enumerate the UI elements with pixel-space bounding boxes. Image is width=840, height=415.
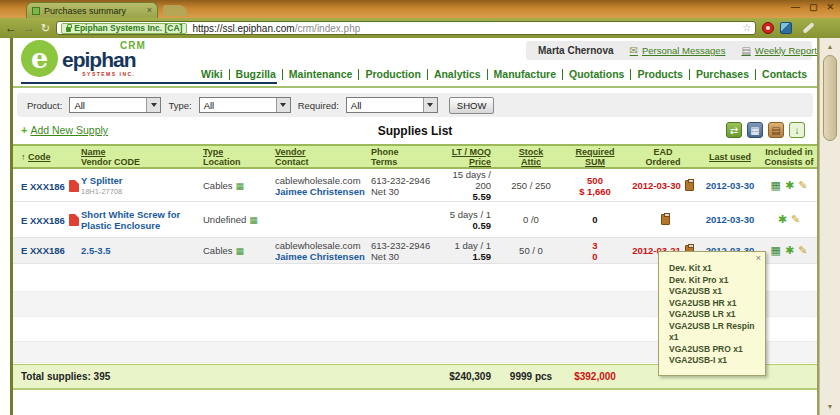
personal-messages-link[interactable]: ✉ Personal Messages <box>630 45 726 56</box>
scrollbar-thumb[interactable] <box>823 55 837 141</box>
included-in-icon[interactable]: ▦ <box>771 244 781 257</box>
nav-wiki[interactable]: Wiki <box>195 69 230 80</box>
terms-value: Net 30 <box>371 186 437 197</box>
ordered-clipboard-icon[interactable] <box>685 180 694 191</box>
product-select[interactable]: All <box>69 97 161 113</box>
bookmark-star-icon[interactable]: ☆ <box>742 23 751 33</box>
consists-of-icon[interactable]: ✱ <box>785 244 794 257</box>
total-supplies-label: Total supplies: 395 <box>21 371 437 382</box>
nav-analytics[interactable]: Analytics <box>428 69 488 80</box>
product-filter-label: Product: <box>27 100 62 111</box>
dropdown-arrow-icon[interactable] <box>146 98 160 112</box>
sort-by-sum[interactable]: SUM <box>563 157 627 167</box>
scroll-up-arrow[interactable]: ▲ <box>820 39 840 54</box>
supply-name-link[interactable]: Y Splitter <box>81 175 203 186</box>
logo-brand: epiphan <box>62 48 136 71</box>
nav-products[interactable]: Products <box>631 69 690 80</box>
sort-by-lt-moq[interactable]: LT / MOQ <box>437 147 491 157</box>
nav-production[interactable]: Production <box>359 69 427 80</box>
consists-of-icon[interactable]: ✱ <box>778 213 787 226</box>
sort-by-price[interactable]: Price <box>437 157 491 167</box>
sort-by-stock[interactable]: Stock <box>499 147 563 157</box>
tab-title: Purchases summary <box>44 6 143 16</box>
type-select[interactable]: All <box>199 97 291 113</box>
tooltip-item: VGA2USB-I x1 <box>669 355 757 367</box>
header-type: Type Location <box>203 147 275 167</box>
type-grid-icon[interactable]: ▦ <box>236 181 245 191</box>
transfer-icon[interactable]: ⇄ <box>726 122 742 138</box>
nav-quotations[interactable]: Quotations <box>563 69 631 80</box>
browser-tab[interactable]: Purchases summary × <box>26 2 158 18</box>
consists-of-icon[interactable]: ✱ <box>785 179 794 192</box>
wrench-menu-icon[interactable] <box>803 22 815 34</box>
maximize-button[interactable]: ▢ <box>809 2 818 12</box>
nav-maintenance[interactable]: Maintenance <box>283 69 360 80</box>
back-button[interactable]: ← <box>5 22 17 34</box>
sort-by-attic[interactable]: Attic <box>499 157 563 167</box>
edit-pencil-icon[interactable]: ✎ <box>798 244 807 257</box>
browser-toolbar: ← → ↻ Epiphan Systems Inc. [CA] https://… <box>0 18 840 38</box>
reload-button[interactable]: ↻ <box>41 23 50 34</box>
sort-by-last-used[interactable]: Last used <box>699 152 761 162</box>
tab-close-icon[interactable]: × <box>147 6 152 15</box>
download-icon[interactable]: ↓ <box>789 122 805 138</box>
forward-button[interactable]: → <box>23 22 35 34</box>
tooltip-item: VGA2USB x1 <box>669 286 757 298</box>
pdf-icon[interactable] <box>69 214 79 226</box>
vendor-value: cablewholesale.com <box>275 240 371 251</box>
nav-manufacture[interactable]: Manufacture <box>488 69 563 80</box>
required-select[interactable]: All <box>346 97 438 113</box>
dropdown-arrow-icon[interactable] <box>423 98 437 112</box>
last-used-link[interactable]: 2012-03-30 <box>706 180 755 191</box>
last-used-link[interactable]: 2012-03-30 <box>706 214 755 225</box>
supply-code: E XXX186 <box>21 245 65 256</box>
tooltip-close-icon[interactable]: × <box>756 253 761 265</box>
extension-screen-icon[interactable] <box>780 22 792 34</box>
filter-bar: Product: All Type: All Required: All SHO… <box>17 93 813 117</box>
included-in-icon[interactable]: ▦ <box>771 179 781 192</box>
type-select-value: All <box>204 100 215 111</box>
type-value: Cables <box>203 180 233 191</box>
supply-name-link[interactable]: Short White Screw for Plastic Enclosure <box>81 209 203 231</box>
weekly-report-link[interactable]: ▤ Weekly Report <box>741 45 817 56</box>
new-tab-button[interactable] <box>163 5 187 16</box>
contact-link[interactable]: Jaimee Christensen <box>275 186 371 197</box>
nav-bugzilla[interactable]: Bugzilla <box>230 69 283 80</box>
required-value: 3 <box>563 240 627 251</box>
required-select-value: All <box>351 100 362 111</box>
supply-name-link[interactable]: 2.5-3.5 <box>81 245 203 256</box>
calculator-icon[interactable]: ▦ <box>747 122 763 138</box>
contact-link[interactable]: Jaimee Christensen <box>275 251 371 262</box>
nav-purchases[interactable]: Purchases <box>690 69 756 80</box>
dropdown-arrow-icon[interactable] <box>276 98 290 112</box>
sort-by-name[interactable]: Name <box>81 147 203 157</box>
sort-by-vendor[interactable]: Vendor <box>275 147 371 157</box>
close-window-button[interactable]: ✕ <box>826 2 834 12</box>
show-button[interactable]: SHOW <box>449 97 495 114</box>
edit-pencil-icon[interactable]: ✎ <box>798 179 807 192</box>
user-bar: Marta Chernova ✉ Personal Messages ▤ Wee… <box>526 41 812 60</box>
page-scrollbar[interactable]: ▲ ▼ <box>819 38 840 415</box>
nav-contacts[interactable]: Contacts <box>756 69 813 80</box>
sort-by-type[interactable]: Type <box>203 147 275 157</box>
type-value: Undefined <box>203 214 246 225</box>
extension-record-icon[interactable] <box>762 22 774 34</box>
type-grid-icon[interactable]: ▦ <box>236 246 245 256</box>
pdf-icon[interactable] <box>69 180 79 192</box>
price-value: 5.59 <box>437 191 491 202</box>
edit-pencil-icon[interactable]: ✎ <box>791 213 800 226</box>
header-vendor: Vendor Contact <box>275 147 371 167</box>
ev-certificate-badge[interactable]: Epiphan Systems Inc. [CA] <box>61 23 187 34</box>
sort-by-code[interactable]: Code <box>28 152 51 162</box>
report-icon: ▤ <box>741 45 750 56</box>
total-price: $240,309 <box>437 371 499 382</box>
minimize-button[interactable]: — <box>791 2 800 12</box>
phone-value: 613-232-2946 <box>371 175 437 186</box>
scroll-down-arrow[interactable]: ▼ <box>820 399 840 414</box>
type-grid-icon[interactable]: ▦ <box>249 215 258 225</box>
packages-icon[interactable]: ▤ <box>768 122 784 138</box>
ordered-clipboard-icon[interactable] <box>661 214 670 225</box>
address-bar[interactable]: Epiphan Systems Inc. [CA] https://ssl.ep… <box>56 21 756 35</box>
sort-by-required[interactable]: Required <box>563 147 627 157</box>
required-filter-label: Required: <box>298 100 339 111</box>
